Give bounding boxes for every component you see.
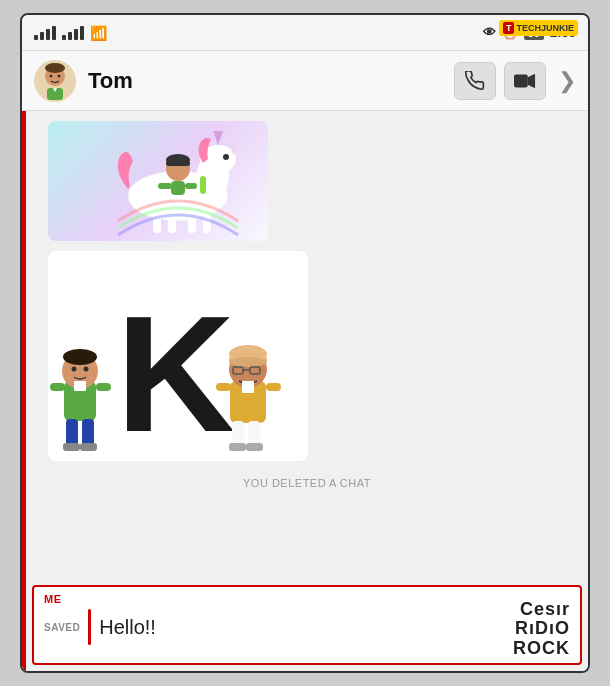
status-left: 📶 — [34, 25, 107, 41]
svg-point-2 — [50, 74, 53, 77]
svg-rect-31 — [66, 419, 78, 447]
svg-rect-5 — [514, 74, 528, 87]
saved-message-text: Hello!! — [99, 616, 570, 639]
chat-body: K — [22, 111, 588, 671]
logo-text: TECHJUNKIE — [516, 23, 574, 33]
svg-rect-35 — [50, 383, 65, 391]
saved-tag: SAVED — [44, 622, 80, 633]
avatar-svg — [34, 60, 76, 102]
svg-point-12 — [223, 154, 229, 160]
chat-header: Tom ❯ — [22, 51, 588, 111]
svg-rect-20 — [171, 181, 185, 195]
bar2 — [40, 32, 44, 40]
saved-label-row: ME — [44, 593, 570, 605]
header-actions: ❯ — [454, 62, 576, 100]
saved-divider — [88, 609, 91, 645]
messages-area: K — [26, 111, 588, 585]
call-button[interactable] — [454, 62, 496, 100]
watermark-line1: Cesır — [513, 600, 570, 620]
svg-rect-51 — [266, 383, 281, 391]
svg-point-28 — [72, 367, 77, 372]
watermark-line3: ROCK — [513, 639, 570, 659]
wifi-icon: 📶 — [90, 25, 107, 41]
video-icon — [514, 72, 536, 90]
deleted-chat-notice: YOU DELETED A CHAT — [38, 477, 576, 489]
bar4 — [52, 26, 56, 40]
svg-marker-10 — [213, 131, 223, 145]
eye-icon — [483, 25, 496, 40]
bar3 — [74, 29, 78, 40]
techjunkie-logo: T TECHJUNKIE — [499, 20, 578, 36]
bar1 — [34, 35, 38, 40]
avatar — [34, 60, 76, 102]
me-label: ME — [44, 593, 62, 605]
watermark: Cesır RıDıO ROCK — [513, 600, 570, 659]
more-details-chevron[interactable]: ❯ — [558, 68, 576, 94]
svg-rect-23 — [200, 176, 206, 194]
sticker-k: K — [48, 251, 308, 461]
svg-rect-49 — [246, 443, 263, 451]
saved-message-area[interactable]: ME SAVED Hello!! Cesır RıDıO ROCK — [32, 585, 582, 665]
signal-bars-1 — [34, 26, 56, 40]
svg-text:K: K — [116, 282, 235, 461]
unicorn-svg — [48, 121, 268, 241]
svg-point-3 — [58, 74, 61, 77]
k-svg: K — [48, 251, 308, 461]
svg-rect-48 — [229, 443, 246, 451]
svg-rect-33 — [63, 443, 80, 451]
svg-rect-21 — [158, 183, 172, 189]
svg-point-29 — [84, 367, 89, 372]
contact-name: Tom — [88, 68, 442, 94]
logo-t: T — [503, 22, 515, 34]
svg-point-41 — [229, 357, 267, 367]
status-bar: 📶 80 2:35 T TECHJUNKIE — [22, 15, 588, 51]
bar3 — [46, 29, 50, 40]
svg-rect-50 — [216, 383, 231, 391]
svg-marker-6 — [528, 73, 535, 88]
svg-rect-19 — [166, 161, 190, 166]
sticker-unicorn — [48, 121, 268, 241]
bar4 — [80, 26, 84, 40]
svg-point-1 — [45, 63, 65, 73]
svg-point-27 — [63, 349, 97, 365]
svg-rect-34 — [80, 443, 97, 451]
watermark-line2: RıDıO — [513, 619, 570, 639]
svg-rect-22 — [185, 183, 197, 189]
svg-rect-36 — [96, 383, 111, 391]
bar1 — [62, 35, 66, 40]
svg-rect-32 — [82, 419, 94, 447]
bar2 — [68, 32, 72, 40]
svg-rect-45 — [242, 381, 254, 393]
saved-row: SAVED Hello!! — [44, 609, 570, 645]
video-call-button[interactable] — [504, 62, 546, 100]
svg-rect-13 — [153, 211, 161, 233]
phone-icon — [465, 71, 485, 91]
svg-rect-30 — [74, 381, 86, 391]
signal-bars-2 — [62, 26, 84, 40]
phone-frame: 📶 80 2:35 T TECHJUNKIE — [20, 13, 590, 673]
